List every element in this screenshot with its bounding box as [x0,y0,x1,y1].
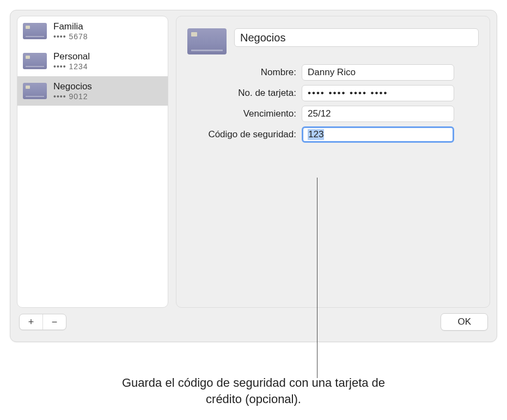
plus-icon: + [28,316,34,328]
card-item-personal[interactable]: Personal •••• 1234 [17,46,168,76]
card-item-masked: •••• 5678 [53,32,88,42]
label-expiry: Vencimiento: [187,108,296,119]
add-remove-segment: + − [19,314,66,330]
caption: Guarda el código de seguridad con una ta… [0,375,507,407]
bottom-bar: + − OK [10,308,497,342]
card-icon [23,23,47,39]
autofill-window: Familia •••• 5678 Personal •••• 1234 Neg… [10,10,497,342]
card-icon [23,83,47,99]
security-code-value: 123 [308,129,324,140]
ok-button[interactable]: OK [441,313,488,331]
card-item-negocios[interactable]: Negocios •••• 9012 [17,76,168,106]
card-item-label: Familia [53,21,88,32]
add-button[interactable]: + [20,314,42,330]
card-title-value: Negocios [240,32,285,44]
card-title-field[interactable]: Negocios [234,28,479,47]
label-security-code: Código de seguridad: [187,129,296,140]
card-item-label: Personal [53,51,90,62]
card-number-field[interactable]: •••• •••• •••• •••• [302,85,454,101]
card-detail-panel: Negocios Nombre: Danny Rico No. de tarje… [176,16,490,308]
card-item-label: Negocios [53,81,92,92]
card-item-masked: •••• 1234 [53,62,90,72]
card-number-value: •••• •••• •••• •••• [308,88,388,99]
caption-text: Guarda el código de seguridad con una ta… [112,375,395,407]
ok-label: OK [457,316,471,327]
security-code-field[interactable]: 123 [302,126,454,143]
remove-button[interactable]: − [43,314,66,330]
card-item-masked: •••• 9012 [53,92,92,102]
name-field[interactable]: Danny Rico [302,64,454,81]
label-name: Nombre: [187,67,296,78]
expiry-field[interactable]: 25/12 [302,106,454,122]
name-value: Danny Rico [308,67,356,78]
window-body: Familia •••• 5678 Personal •••• 1234 Neg… [10,10,497,308]
cards-sidebar: Familia •••• 5678 Personal •••• 1234 Neg… [17,16,168,308]
card-icon [187,28,227,54]
card-icon [23,53,47,69]
label-card-number: No. de tarjeta: [187,88,296,99]
callout-line [317,178,317,378]
expiry-value: 25/12 [308,108,331,119]
minus-icon: − [52,316,58,328]
card-item-familia[interactable]: Familia •••• 5678 [17,16,168,46]
